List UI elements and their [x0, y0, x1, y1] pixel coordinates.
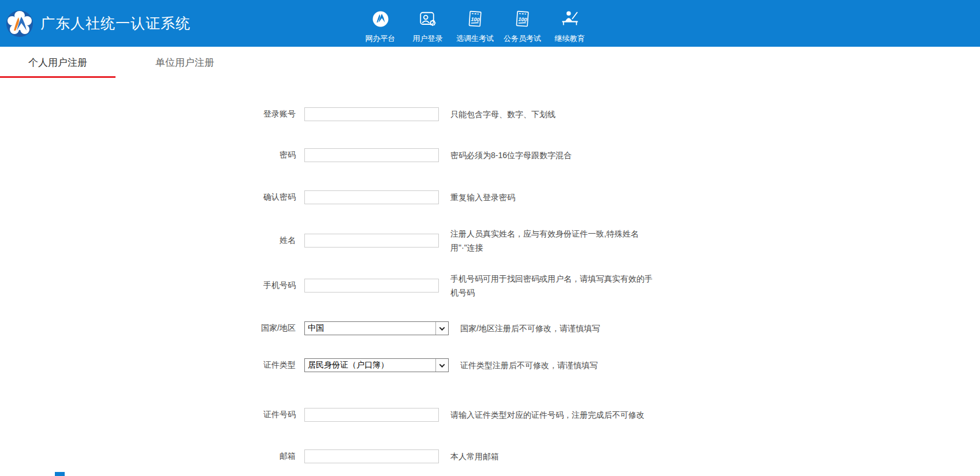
svg-text:100: 100 — [471, 16, 480, 23]
password-input[interactable] — [304, 148, 439, 162]
site-logo-icon — [6, 10, 33, 38]
registration-tabs: 个人用户注册 单位用户注册 — [0, 47, 980, 78]
chevron-down-icon — [435, 359, 448, 372]
field-hint: 本人常用邮箱 — [450, 449, 499, 463]
header: 广东人社统一认证系统 网办平台 — [0, 0, 980, 47]
page-title: 广东人社统一认证系统 — [40, 14, 191, 33]
form-row-mobile: 手机号码 手机号码可用于找回密码或用户名，请填写真实有效的手 机号码 — [225, 272, 980, 299]
nav-label: 公务员考试 — [504, 33, 541, 44]
field-hint: 手机号码可用于找回密码或用户名，请填写真实有效的手 机号码 — [450, 272, 653, 299]
certificate-type-select[interactable]: 居民身份证（户口簿） — [304, 358, 449, 372]
field-hint: 重复输入登录密码 — [450, 190, 515, 204]
field-label: 登录账号 — [225, 109, 304, 119]
nav-label: 继续教育 — [555, 33, 585, 44]
nav-label: 选调生考试 — [456, 33, 494, 44]
form-row-name: 姓名 注册人员真实姓名，应与有效身份证件一致,特殊姓名 用"·"连接 — [225, 227, 980, 254]
certificate-number-input[interactable] — [304, 408, 439, 422]
field-label: 密码 — [225, 150, 304, 160]
mobile-number-input[interactable] — [304, 279, 439, 293]
field-hint: 国家/地区注册后不可修改，请谨慎填写 — [460, 321, 600, 335]
field-hint: 请输入证件类型对应的证件号码，注册完成后不可修改 — [450, 408, 644, 422]
teacher-desk-icon — [560, 9, 580, 29]
personal-registration-form: 登录账号 只能包含字母、数字、下划线 密码 密码必须为8-16位字母跟数字混合 … — [0, 107, 980, 463]
field-label: 邮箱 — [225, 451, 304, 462]
email-input[interactable] — [304, 449, 439, 463]
active-tab-underline — [0, 76, 115, 78]
nav-item-xuandiaosheng-exam[interactable]: 100 选调生考试 — [452, 3, 499, 44]
nav-item-civil-servant-exam[interactable]: 100 公务员考试 — [499, 3, 546, 44]
tab-personal-registration[interactable]: 个人用户注册 — [0, 47, 115, 78]
field-label: 手机号码 — [225, 280, 304, 291]
country-select[interactable]: 中国 — [304, 321, 449, 335]
field-hint: 密码必须为8-16位字母跟数字混合 — [450, 148, 572, 162]
tab-unit-registration[interactable]: 单位用户注册 — [127, 47, 243, 78]
tab-label: 个人用户注册 — [28, 56, 87, 69]
form-row-country: 国家/地区 中国 国家/地区注册后不可修改，请谨慎填写 — [225, 321, 980, 335]
selected-option: 中国 — [305, 323, 435, 333]
field-label: 证件类型 — [225, 360, 304, 370]
top-navigation: 网办平台 用户登录 10 — [357, 3, 594, 44]
field-hint: 只能包含字母、数字、下划线 — [450, 107, 556, 121]
exam-paper-100-icon: 100 — [512, 9, 533, 29]
user-gear-icon — [418, 9, 438, 29]
nav-label: 网办平台 — [366, 33, 396, 44]
cropped-bottom-element — [55, 472, 65, 476]
form-row-email: 邮箱 本人常用邮箱 — [225, 449, 980, 463]
chevron-down-icon — [435, 322, 448, 335]
platform-flower-icon — [370, 9, 391, 29]
login-account-input[interactable] — [304, 107, 439, 121]
field-label: 确认密码 — [225, 192, 304, 203]
tab-label: 单位用户注册 — [155, 56, 214, 69]
confirm-password-input[interactable] — [304, 190, 439, 204]
form-row-password: 密码 密码必须为8-16位字母跟数字混合 — [225, 148, 980, 162]
form-row-login-account: 登录账号 只能包含字母、数字、下划线 — [225, 107, 980, 121]
field-label: 姓名 — [225, 235, 304, 246]
real-name-input[interactable] — [304, 234, 439, 248]
exam-paper-100-icon: 100 — [465, 9, 486, 29]
field-label: 证件号码 — [225, 410, 304, 420]
brand[interactable]: 广东人社统一认证系统 — [6, 0, 191, 47]
nav-item-user-login[interactable]: 用户登录 — [404, 3, 452, 44]
form-row-confirm-password: 确认密码 重复输入登录密码 — [225, 190, 980, 204]
field-hint: 证件类型注册后不可修改，请谨慎填写 — [460, 358, 598, 372]
nav-item-continuing-education[interactable]: 继续教育 — [546, 3, 594, 44]
field-label: 国家/地区 — [225, 323, 304, 333]
field-hint: 注册人员真实姓名，应与有效身份证件一致,特殊姓名 用"·"连接 — [450, 227, 639, 254]
form-row-id-type: 证件类型 居民身份证（户口簿） 证件类型注册后不可修改，请谨慎填写 — [225, 358, 980, 372]
svg-text:100: 100 — [518, 16, 527, 23]
nav-item-platform[interactable]: 网办平台 — [357, 3, 404, 44]
form-row-id-number: 证件号码 请输入证件类型对应的证件号码，注册完成后不可修改 — [225, 408, 980, 422]
nav-label: 用户登录 — [413, 33, 443, 44]
selected-option: 居民身份证（户口簿） — [305, 360, 435, 370]
